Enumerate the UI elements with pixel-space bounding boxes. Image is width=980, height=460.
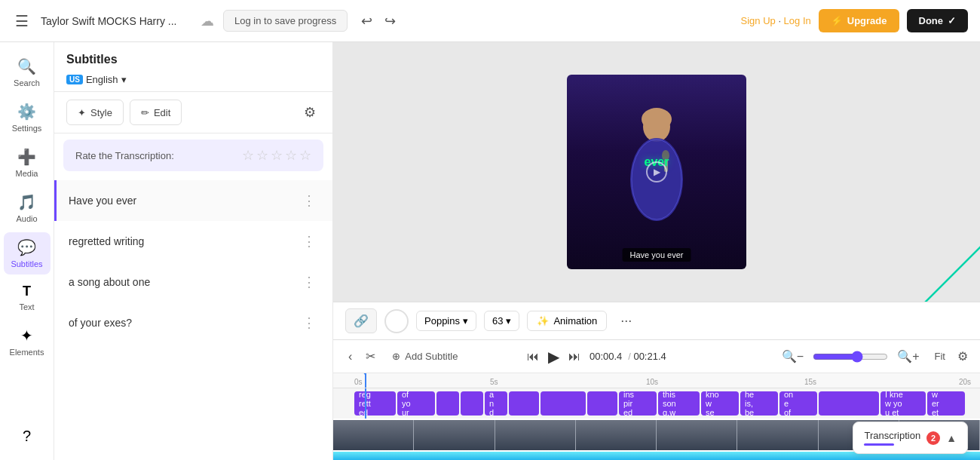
star-3[interactable]: ☆ bbox=[271, 147, 283, 164]
zoom-slider[interactable] bbox=[813, 351, 888, 363]
fit-button[interactable]: Fit bbox=[929, 348, 951, 365]
zoom-in-button[interactable]: 🔍+ bbox=[894, 346, 922, 366]
star-5[interactable]: ☆ bbox=[299, 147, 311, 164]
subtitle-menu-4[interactable]: ⋮ bbox=[298, 313, 320, 333]
star-1[interactable]: ☆ bbox=[242, 147, 254, 164]
subtitle-item-2[interactable]: regretted writing ⋮ bbox=[54, 221, 332, 262]
track-clip-1[interactable]: regretted bbox=[354, 391, 396, 416]
elements-icon: ✦ bbox=[20, 327, 33, 345]
subtitle-item-1[interactable]: Have you ever ⋮ bbox=[54, 180, 332, 221]
sidebar-item-help[interactable]: ? bbox=[4, 422, 51, 451]
rate-transcription-bar: Rate the Transcription: ☆ ☆ ☆ ☆ ☆ bbox=[63, 140, 323, 171]
track-clip-8[interactable] bbox=[587, 391, 617, 416]
track-clip-5[interactable]: and bbox=[485, 391, 507, 416]
sidebar-item-subtitles[interactable]: 💬 Subtitles bbox=[4, 232, 51, 274]
play-circle[interactable]: ▶ bbox=[646, 161, 667, 182]
track-clip-9[interactable]: inspired bbox=[619, 391, 657, 416]
add-subtitle-button[interactable]: ⊕ Add Subtitle bbox=[386, 348, 464, 365]
subtitle-menu-1[interactable]: ⋮ bbox=[298, 191, 320, 210]
track-clip-2[interactable]: ofyour bbox=[397, 391, 435, 416]
panel-title: Subtitles bbox=[66, 53, 320, 66]
link-button[interactable]: 🔗 bbox=[345, 308, 377, 333]
subtitle-text-4: of your exes? bbox=[69, 317, 298, 329]
more-options-button[interactable]: ··· bbox=[614, 310, 638, 332]
video-thumb-2 bbox=[414, 420, 495, 450]
track-playhead bbox=[365, 388, 366, 419]
star-4[interactable]: ☆ bbox=[285, 147, 297, 164]
icon-sidebar: 🔍 Search ⚙️ Settings ➕ Media 🎵 Audio 💬 S… bbox=[0, 42, 54, 460]
top-bar-actions: Sign Up · Log In ⚡ Upgrade Done ✓ bbox=[741, 9, 969, 32]
subtitle-text-3: a song about one bbox=[69, 276, 298, 288]
track-clip-6[interactable] bbox=[509, 391, 539, 416]
font-selector[interactable]: Poppins ▾ bbox=[416, 311, 476, 331]
language-selector[interactable]: US English ▾ bbox=[66, 74, 320, 85]
sidebar-item-elements[interactable]: ✦ Elements bbox=[4, 320, 51, 363]
menu-button[interactable]: ☰ bbox=[12, 9, 32, 33]
rewind-button[interactable]: ⏮ bbox=[524, 347, 542, 366]
color-circle[interactable] bbox=[384, 309, 409, 333]
panel-header: Subtitles US English ▾ bbox=[54, 42, 332, 92]
timeline-settings-icon[interactable]: ⚙ bbox=[957, 349, 968, 363]
zoom-controls: 🔍− 🔍+ Fit ⚙ bbox=[779, 346, 968, 366]
sidebar-item-media[interactable]: ➕ Media bbox=[4, 142, 51, 184]
ruler-5s: 5s bbox=[490, 378, 498, 386]
playback-controls: ⏮ ▶ ⏭ 00:00.4 / 00:21.4 bbox=[524, 347, 666, 366]
login-link[interactable]: Log In bbox=[784, 15, 811, 26]
sidebar-item-search[interactable]: 🔍 Search bbox=[4, 51, 51, 94]
time-current: 00:00.4 / 00:21.4 bbox=[590, 351, 666, 362]
upgrade-button[interactable]: ⚡ Upgrade bbox=[819, 9, 899, 32]
size-selector[interactable]: 63 ▾ bbox=[484, 311, 519, 331]
track-clip-15[interactable]: I knew you et bbox=[880, 391, 926, 416]
style-button[interactable]: ✦ Style bbox=[66, 100, 124, 125]
sidebar-item-settings[interactable]: ⚙️ Settings bbox=[4, 97, 51, 139]
track-clip-14[interactable] bbox=[819, 391, 879, 416]
timeline-track-area: 0s 5s 10s 15s 20s regrette bbox=[333, 373, 980, 460]
subtitle-item-4[interactable]: of your exes? ⋮ bbox=[54, 302, 332, 343]
track-clip-16[interactable]: weret bbox=[927, 391, 965, 416]
subtitle-item-3[interactable]: a song about one ⋮ bbox=[54, 262, 332, 302]
subtitle-track: regretted ofyour and inspired thissong,w… bbox=[333, 388, 980, 419]
subtitle-menu-3[interactable]: ⋮ bbox=[298, 272, 320, 292]
track-clip-7[interactable] bbox=[541, 391, 586, 416]
save-progress-button[interactable]: Log in to save progress bbox=[223, 10, 348, 32]
done-button[interactable]: Done ✓ bbox=[907, 9, 969, 32]
video-container: ever ▶ Have you ever bbox=[333, 42, 980, 302]
scissors-button[interactable]: ✂ bbox=[363, 346, 378, 366]
main-layout: 🔍 Search ⚙️ Settings ➕ Media 🎵 Audio 💬 S… bbox=[0, 42, 980, 460]
transcription-label: Transcription bbox=[864, 430, 920, 441]
track-clip-13[interactable]: oneof bbox=[779, 391, 817, 416]
signup-link[interactable]: Sign Up bbox=[741, 15, 776, 26]
top-bar: ☰ Taylor Swift MOCKS Harry ... ☁ Log in … bbox=[0, 0, 980, 42]
animation-button[interactable]: ✨ Animation bbox=[527, 311, 607, 331]
fast-forward-button[interactable]: ⏭ bbox=[565, 347, 583, 366]
track-clip-10[interactable]: thissong,w bbox=[658, 391, 700, 416]
panel-settings-button[interactable]: ⚙ bbox=[299, 100, 320, 125]
canvas-timeline-area: ever ▶ Have you ever 🔗 bbox=[333, 42, 980, 460]
redo-button[interactable]: ↪ bbox=[380, 8, 400, 34]
subtitle-menu-2[interactable]: ⋮ bbox=[298, 232, 320, 251]
search-icon: 🔍 bbox=[17, 57, 36, 75]
video-toolbar: 🔗 Poppins ▾ 63 ▾ ✨ Animation ··· bbox=[333, 302, 980, 339]
sidebar-item-audio[interactable]: 🎵 Audio bbox=[4, 187, 51, 229]
zoom-out-button[interactable]: 🔍− bbox=[779, 346, 807, 366]
track-clip-3[interactable] bbox=[436, 391, 459, 416]
video-thumb-4 bbox=[576, 420, 657, 450]
subtitles-panel: Subtitles US English ▾ ✦ Style ✏ Edit ⚙ … bbox=[54, 42, 333, 460]
track-clip-4[interactable] bbox=[461, 391, 483, 416]
collapse-button[interactable]: ▲ bbox=[946, 432, 957, 444]
timeline-area: ‹ ✂ ⊕ Add Subtitle ⏮ ▶ ⏭ 00:00.4 / 00:21… bbox=[333, 339, 980, 460]
back-button[interactable]: ‹ bbox=[345, 347, 355, 366]
undo-button[interactable]: ↩ bbox=[357, 8, 377, 34]
track-clip-12[interactable]: heis,be bbox=[740, 391, 778, 416]
edit-button[interactable]: ✏ Edit bbox=[130, 100, 182, 125]
play-button[interactable]: ▶ bbox=[548, 348, 559, 366]
svg-point-1 bbox=[642, 108, 672, 130]
sidebar-item-text[interactable]: T Text bbox=[4, 278, 51, 317]
canvas-area: ever ▶ Have you ever 🔗 bbox=[333, 42, 980, 339]
ruler-15s: 15s bbox=[804, 378, 816, 386]
style-edit-bar: ✦ Style ✏ Edit ⚙ bbox=[54, 92, 332, 133]
playhead[interactable] bbox=[365, 373, 366, 388]
track-clip-11[interactable]: knowse bbox=[701, 391, 739, 416]
star-rating[interactable]: ☆ ☆ ☆ ☆ ☆ bbox=[242, 147, 311, 164]
star-2[interactable]: ☆ bbox=[256, 147, 268, 164]
